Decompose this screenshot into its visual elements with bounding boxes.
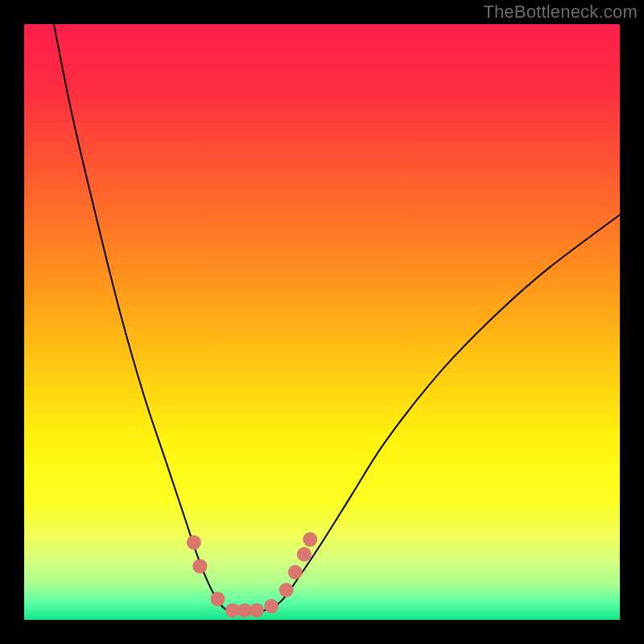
frame: TheBottleneck.com [0,0,644,644]
bottleneck-chart [24,24,620,620]
highlight-dot [264,599,279,613]
highlight-dot [297,547,312,562]
highlight-dot [187,535,201,550]
highlight-dot [211,592,225,606]
plot-background [24,24,620,620]
highlight-dot [250,603,264,617]
highlight-dot [288,565,303,580]
highlight-dot [303,532,317,547]
watermark-text: TheBottleneck.com [483,2,638,23]
highlight-dot [192,559,207,573]
highlight-dot [279,583,294,597]
